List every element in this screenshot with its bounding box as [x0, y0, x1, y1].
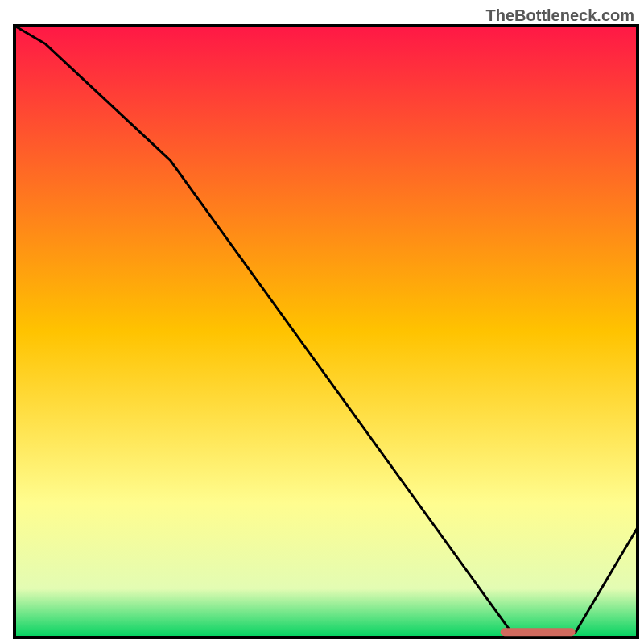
optimal-range-marker	[501, 628, 576, 636]
bottleneck-chart: TheBottleneck.com	[0, 0, 644, 644]
plot-background	[14, 26, 638, 638]
attribution-label: TheBottleneck.com	[486, 6, 634, 25]
chart-svg	[0, 0, 644, 644]
